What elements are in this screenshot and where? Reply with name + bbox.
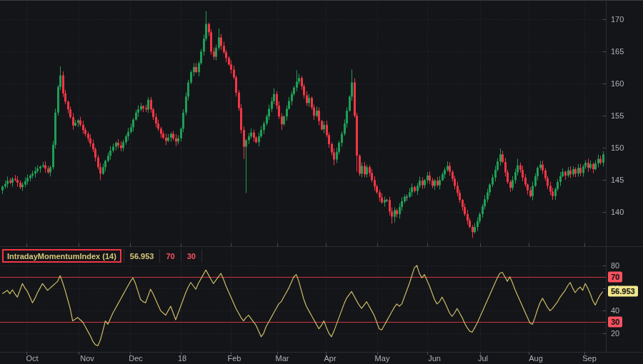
time-tick-label: 18 [178,354,186,363]
time-tick-label: Nov [80,354,94,363]
time-tick-label: May [375,354,390,363]
time-tick-label: Sep [582,354,597,363]
indicator-oversold-cell: 30 [181,249,202,263]
indicator-overbought-cell: 70 [160,249,181,263]
axis-value-badge: 56.953 [608,286,638,297]
time-tick-label: Oct [26,354,38,363]
time-tick-label: Jul [478,354,488,363]
chart-canvas[interactable] [0,0,643,364]
time-tick-label: Feb [228,354,241,363]
time-tick-label: Aug [529,354,543,363]
axis-value-badge: 70 [608,271,622,282]
indicator-legend: IntradayMomentumIndex (14) 56.953 70 30 [2,249,202,263]
axis-value-badge: 30 [608,317,622,328]
chart-widget: 170165160155150145140 806040207056.95330… [0,0,643,364]
time-tick-label: Mar [276,354,289,363]
time-tick-label: Apr [324,354,336,363]
time-tick-label: Jun [428,354,441,363]
indicator-oversold: 30 [187,252,196,261]
indicator-overbought: 70 [166,252,174,261]
indicator-value: 56.953 [130,252,154,261]
indicator-name-box[interactable]: IntradayMomentumIndex (14) [2,249,121,263]
time-tick-label: Dec [129,354,143,363]
indicator-value-cell: 56.953 [124,249,161,263]
indicator-name: IntradayMomentumIndex (14) [7,252,116,261]
